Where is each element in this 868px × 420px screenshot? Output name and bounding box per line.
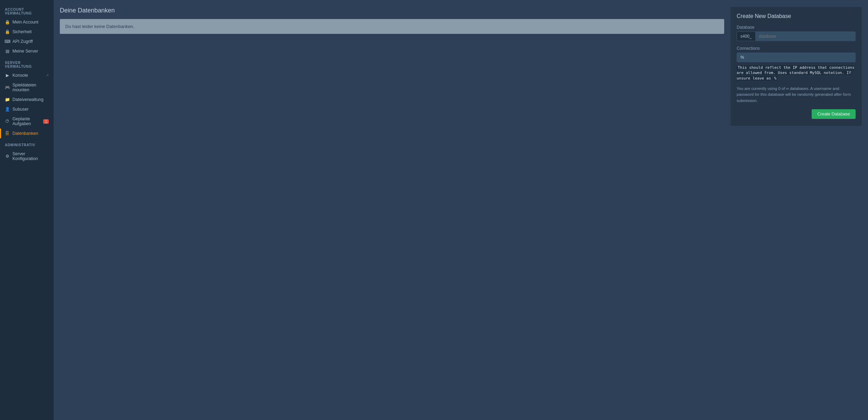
sidebar-item-datenbanken[interactable]: 🗄Datenbanken <box>0 129 54 138</box>
sidebar-item-sicherheit[interactable]: 🔒Sicherheit <box>0 27 54 37</box>
sidebar-item-geplante-aufgaben[interactable]: ⏱Geplante Aufgaben1 <box>0 114 54 129</box>
create-panel-title: Create New Database <box>737 13 856 19</box>
dateiverwaltung-icon: 📁 <box>5 97 10 102</box>
sidebar-item-spieldateien[interactable]: 🎮Spieldateien mounten <box>0 80 54 95</box>
sidebar-item-api-zugriff[interactable]: ⌨API Zugriff <box>0 37 54 46</box>
database-name-input[interactable] <box>755 31 856 41</box>
konsole-icon: ▶ <box>5 73 10 78</box>
badge-geplante-aufgaben: 1 <box>43 119 49 124</box>
spieldateien-icon: 🎮 <box>5 85 10 90</box>
panel-title: Deine Datenbanken <box>60 7 724 14</box>
sidebar-item-server-konfiguration[interactable]: ⚙Server Konfiguration <box>0 149 54 164</box>
sidebar-section-label: ADMINISTRATIV <box>0 138 54 149</box>
sidebar-item-label-subuser: Subuser <box>12 107 29 112</box>
sidebar-item-label-dateiverwaltung: Dateiverwaltung <box>12 97 44 102</box>
mein-account-icon: 🔒 <box>5 20 10 25</box>
connections-hint-code: % <box>773 76 777 81</box>
button-row: Create Database <box>737 109 856 119</box>
connections-hint: This should reflect the IP address that … <box>737 65 856 81</box>
meine-server-icon: ▤ <box>5 49 10 54</box>
datenbanken-icon: 🗄 <box>5 131 10 136</box>
connections-input[interactable] <box>737 53 856 62</box>
sidebar-item-konsole[interactable]: ▶Konsole↗ <box>0 71 54 80</box>
database-label: Database <box>737 25 856 30</box>
create-database-button[interactable]: Create Database <box>812 109 856 119</box>
usage-info: You are currently using 0 of ∞ databases… <box>737 86 856 104</box>
sidebar-item-dateiverwaltung[interactable]: 📁Dateiverwaltung <box>0 95 54 104</box>
sicherheit-icon: 🔒 <box>5 29 10 34</box>
sidebar-item-label-geplante-aufgaben: Geplante Aufgaben <box>12 116 40 126</box>
sidebar-item-subuser[interactable]: 👤Subuser <box>0 104 54 114</box>
sidebar-item-label-mein-account: Mein Account <box>12 20 38 25</box>
sidebar-item-label-api-zugriff: API Zugriff <box>12 39 33 44</box>
sidebar-section-label: ACCOUNT VERWALTUNG <box>0 3 54 17</box>
sidebar-item-label-server-konfiguration: Server Konfiguration <box>12 151 49 161</box>
database-input-row: s400_ <box>737 31 856 41</box>
sidebar-item-label-meine-server: Meine Server <box>12 49 38 54</box>
api-zugriff-icon: ⌨ <box>5 39 10 44</box>
external-link-icon: ↗ <box>46 74 49 77</box>
server-konfiguration-icon: ⚙ <box>5 154 10 159</box>
sidebar-item-mein-account[interactable]: 🔒Mein Account <box>0 17 54 27</box>
connections-label: Connections <box>737 46 856 51</box>
main-content: Deine Datenbanken Du hast leider keine D… <box>54 0 868 420</box>
geplante-aufgaben-icon: ⏱ <box>5 119 10 124</box>
subuser-icon: 👤 <box>5 107 10 112</box>
create-new-database-panel: Create New Database Database s400_ Conne… <box>730 7 862 126</box>
empty-notice: Du hast leider keine Datenbanken. <box>60 19 724 34</box>
db-prefix: s400_ <box>737 31 755 41</box>
sidebar: ACCOUNT VERWALTUNG🔒Mein Account🔒Sicherhe… <box>0 0 54 420</box>
sidebar-item-label-spieldateien: Spieldateien mounten <box>12 83 49 92</box>
sidebar-item-label-sicherheit: Sicherheit <box>12 29 32 34</box>
sidebar-item-meine-server[interactable]: ▤Meine Server <box>0 46 54 56</box>
sidebar-section-label: SERVER VERWALTUNG <box>0 56 54 71</box>
datenbanken-panel: Deine Datenbanken Du hast leider keine D… <box>60 7 724 413</box>
sidebar-item-label-konsole: Konsole <box>12 73 28 78</box>
sidebar-item-label-datenbanken: Datenbanken <box>12 131 38 136</box>
